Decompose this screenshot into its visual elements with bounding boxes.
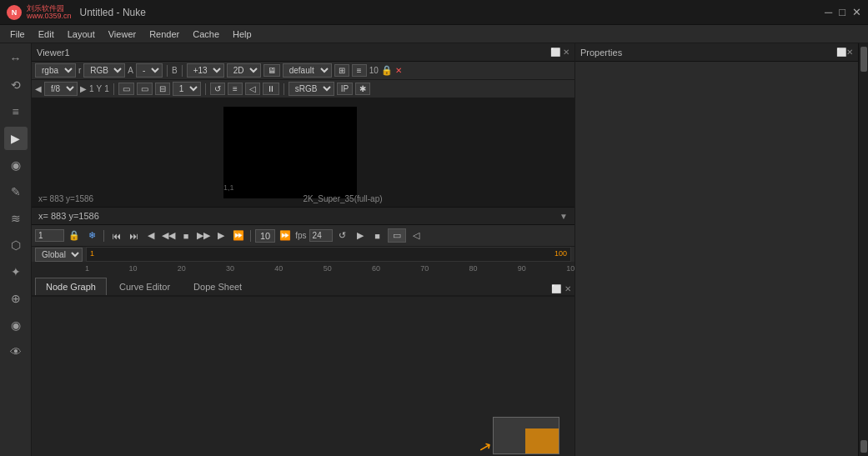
- global-select[interactable]: Global: [35, 248, 83, 262]
- srgb-select[interactable]: sRGB: [288, 82, 334, 96]
- toolbar-eye-icon[interactable]: 👁: [4, 340, 28, 363]
- menu-item-edit[interactable]: Edit: [32, 28, 61, 41]
- properties-content: [575, 62, 858, 456]
- maximize-button[interactable]: □: [839, 6, 845, 18]
- tl-audio[interactable]: ◁: [409, 230, 424, 241]
- fps-input[interactable]: [309, 229, 333, 242]
- tl-skip-start[interactable]: ⏮: [108, 231, 123, 241]
- tl-loop-icon[interactable]: ↺: [335, 230, 350, 241]
- bottom-expand-icon[interactable]: ⬜: [551, 284, 561, 293]
- pause-icon[interactable]: ⏸: [263, 83, 279, 95]
- toolbar-plus-icon[interactable]: ⊕: [4, 287, 28, 310]
- status-bar: x= 883 y=1586 ▼: [32, 207, 574, 225]
- bottom-close-icon[interactable]: ✕: [564, 284, 571, 293]
- menu-item-file[interactable]: File: [3, 28, 32, 41]
- timeline-ruler: Global 1 100 1 10 20 30 40: [32, 247, 574, 275]
- grid-icon[interactable]: ⊞: [334, 64, 349, 77]
- viewer-close-icon[interactable]: ✕: [563, 48, 569, 57]
- channel-select[interactable]: -: [136, 63, 163, 78]
- tl-snowflake-icon[interactable]: ❄: [84, 230, 99, 241]
- monitor-icon[interactable]: 🖥: [263, 64, 280, 77]
- rgb-select[interactable]: RGB: [83, 63, 125, 78]
- default-select[interactable]: default: [283, 63, 332, 78]
- menu-item-help[interactable]: Help: [226, 28, 258, 41]
- tab-node-graph[interactable]: Node Graph: [35, 278, 107, 295]
- ip-btn[interactable]: IP: [337, 83, 353, 95]
- list-icon[interactable]: ≡: [228, 83, 243, 95]
- tl-skip-end[interactable]: ⏩: [231, 230, 246, 241]
- prev-icon[interactable]: ◁: [245, 83, 260, 95]
- tl-stop2[interactable]: ■: [370, 231, 385, 241]
- tl-fwd-fast[interactable]: ▶▶: [196, 230, 211, 241]
- ruler-end-orange: 100: [554, 249, 567, 258]
- status-arrow: ▼: [559, 212, 568, 221]
- rect2-icon[interactable]: ▭: [137, 83, 153, 95]
- menubar: FileEditLayoutViewerRenderCacheHelp: [0, 25, 868, 43]
- tl-step-fwd[interactable]: ▶: [213, 230, 228, 241]
- x-close-icon[interactable]: ✕: [395, 66, 402, 75]
- timeline-controls: 🔒 ❄ ⏮ ⏭ ◀ ◀◀ ■ ▶▶ ▶ ⏩ 10 ⏩ fps ↺ ▶ ■ ▭: [32, 225, 574, 247]
- viewer-expand-icon[interactable]: ⬜: [550, 48, 560, 57]
- menu-item-render[interactable]: Render: [143, 28, 186, 41]
- zoom-select[interactable]: 1: [173, 82, 201, 96]
- toolbar-play-icon[interactable]: ▶: [4, 127, 28, 150]
- f8-select[interactable]: f/8: [44, 82, 78, 96]
- y-label: Y: [97, 84, 103, 93]
- minimize-button[interactable]: ─: [825, 6, 832, 18]
- menu-item-layout[interactable]: Layout: [61, 28, 102, 41]
- tl-back-fast[interactable]: ◀◀: [161, 230, 176, 241]
- toolbar-star-icon[interactable]: ✦: [4, 260, 28, 283]
- window-title: Untitled - Nuke: [80, 7, 820, 18]
- status-coords: x= 883 y=1586: [38, 211, 559, 221]
- mode-select[interactable]: 2D: [227, 63, 261, 78]
- toolbar-edit-icon[interactable]: ✎: [4, 180, 28, 203]
- asterisk-btn[interactable]: ✱: [355, 83, 370, 95]
- tl-ffwd2[interactable]: ⏩: [278, 230, 293, 241]
- tl-stop[interactable]: ■: [178, 231, 193, 241]
- toolbar-hex-icon[interactable]: ⬡: [4, 233, 28, 257]
- tab-dope-sheet[interactable]: Dope Sheet: [183, 278, 253, 295]
- scrollbar-thumb-bottom[interactable]: [860, 440, 867, 453]
- properties-expand-icon[interactable]: ⬜: [836, 48, 846, 57]
- toolbar-dot-icon[interactable]: ◉: [4, 313, 28, 337]
- toolbar-arrow-icon[interactable]: ↔: [4, 47, 28, 70]
- toolbar-rotate-icon[interactable]: ⟲: [4, 73, 28, 97]
- scrollbar-thumb-top[interactable]: [860, 47, 867, 72]
- center-content: Viewer1 ⬜ ✕ rgba r RGB A -: [32, 43, 574, 456]
- menu-item-viewer[interactable]: Viewer: [102, 28, 143, 41]
- num-label: 10: [369, 66, 379, 75]
- timeline: 🔒 ❄ ⏮ ⏭ ◀ ◀◀ ■ ▶▶ ▶ ⏩ 10 ⏩ fps ↺ ▶ ■ ▭: [32, 225, 574, 275]
- viewer-panel-icons: ⬜ ✕: [550, 48, 569, 57]
- toolbar-menu-icon[interactable]: ≡: [4, 100, 28, 123]
- value-select[interactable]: +13: [187, 63, 224, 78]
- toolbar-lines-icon[interactable]: ≋: [4, 207, 28, 230]
- tl-extra-btn[interactable]: ▭: [388, 228, 406, 243]
- toolbar-circle-icon[interactable]: ◉: [4, 153, 28, 177]
- bottom-panel-icons: ⬜ ✕: [551, 284, 571, 295]
- menu-item-cache[interactable]: Cache: [186, 28, 226, 41]
- tl-divider1: [103, 230, 104, 242]
- frame-input[interactable]: [35, 229, 64, 242]
- rect1-icon[interactable]: ▭: [118, 83, 134, 95]
- close-button[interactable]: ✕: [852, 6, 861, 18]
- refresh-icon[interactable]: ↺: [210, 83, 225, 95]
- lock-icon[interactable]: 🔒: [381, 65, 393, 76]
- ruler-label-20: 20: [178, 264, 186, 273]
- corner-label: 1,1: [223, 183, 234, 192]
- tl-prev-key[interactable]: ⏭: [126, 231, 141, 241]
- viewer-titlebar: Viewer1 ⬜ ✕: [32, 43, 574, 62]
- thumb-area: ↗: [479, 417, 559, 454]
- tl-step-back[interactable]: ◀: [143, 230, 158, 241]
- minimap-thumb-inner: [525, 428, 559, 453]
- ruler-label-90: 90: [518, 264, 526, 273]
- tl-lock-icon[interactable]: 🔒: [67, 230, 82, 241]
- lines-icon2[interactable]: ≡: [352, 64, 367, 77]
- properties-close-icon[interactable]: ✕: [846, 48, 853, 57]
- tl-play2[interactable]: ▶: [353, 230, 368, 241]
- rgba-select[interactable]: rgba: [35, 63, 76, 78]
- main-scrollbar[interactable]: [858, 43, 868, 456]
- tl-10-btn[interactable]: 10: [255, 229, 275, 243]
- tab-curve-editor[interactable]: Curve Editor: [108, 278, 181, 295]
- bottom-content: ↗: [32, 297, 574, 456]
- stack-icon[interactable]: ⊟: [155, 83, 170, 95]
